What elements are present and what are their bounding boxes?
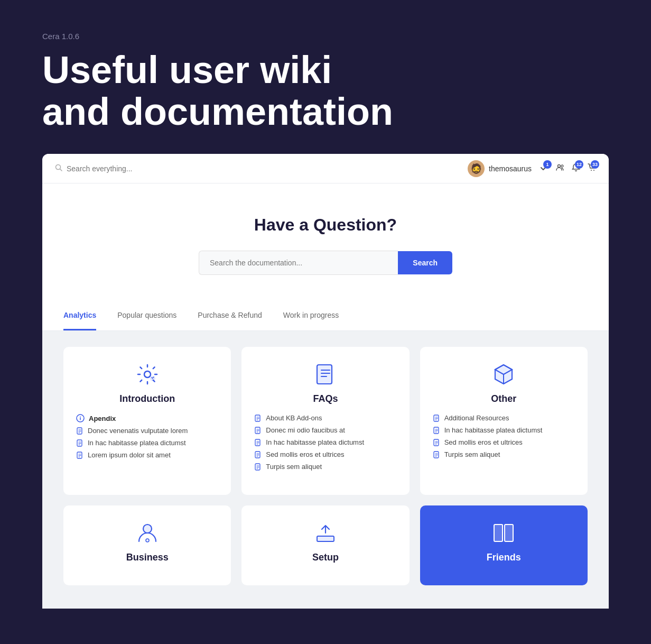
- bell-badge: 12: [575, 160, 583, 169]
- tab-analytics[interactable]: Analytics: [63, 301, 96, 330]
- doc-icon: [254, 439, 262, 446]
- setup-icon-wrap: [314, 521, 337, 545]
- doc-icon: [433, 427, 440, 434]
- doc-icon: [254, 427, 262, 434]
- doc-icon: [76, 439, 83, 447]
- doc-icon: [254, 451, 262, 458]
- list-item[interactable]: Sed mollis eros et ultrices: [433, 438, 575, 446]
- tab-popular-questions[interactable]: Popular questions: [117, 301, 176, 330]
- version-label: Cera 1.0.6: [42, 32, 609, 41]
- box-icon: [492, 363, 515, 386]
- svg-point-6: [144, 371, 151, 378]
- tabs-section: Analytics Popular questions Purchase & R…: [42, 301, 609, 331]
- users-icon: [556, 163, 564, 172]
- card-setup: Setup: [241, 505, 409, 585]
- list-item[interactable]: Lorem ipsum dolor sit amet: [76, 451, 218, 459]
- doc-hero-title: Have a Question?: [63, 215, 588, 235]
- svg-point-5: [593, 170, 594, 171]
- svg-point-3: [561, 165, 563, 167]
- cards-grid: Introduction Apendix: [63, 347, 588, 495]
- list-item[interactable]: In hac habitasse platea dictumst: [433, 426, 575, 434]
- friends-icon-wrap: [492, 521, 515, 545]
- friends-title: Friends: [487, 552, 521, 563]
- nav-right: 🧔 themosaurus 1: [468, 160, 596, 177]
- cards-row2: Business Setup: [63, 505, 588, 585]
- svg-rect-23: [317, 365, 332, 384]
- search-icon: [55, 164, 62, 173]
- bell-icon-wrap[interactable]: 12: [572, 163, 580, 174]
- book-open-icon: [492, 521, 515, 545]
- doc-icon: [76, 427, 83, 435]
- card-other: Other Additional Resources: [420, 347, 588, 495]
- doc-search-input[interactable]: [199, 251, 398, 275]
- other-icon-wrap: [433, 363, 575, 386]
- gear-icon: [136, 363, 159, 386]
- doc-hero: Have a Question? Search: [42, 183, 609, 301]
- users-icon-wrap[interactable]: [556, 163, 564, 174]
- person-icon: [136, 521, 159, 545]
- cart-icon-wrap[interactable]: 33: [588, 163, 596, 174]
- card-business: Business: [63, 505, 231, 585]
- user-info[interactable]: 🧔 themosaurus: [468, 160, 532, 177]
- top-navbar: 🧔 themosaurus 1: [42, 154, 609, 183]
- cart-badge: 33: [591, 160, 599, 169]
- other-title: Other: [433, 393, 575, 404]
- svg-point-2: [558, 164, 561, 167]
- info-icon: [76, 414, 85, 422]
- list-item[interactable]: Turpis sem aliquet: [433, 450, 575, 458]
- business-title: Business: [126, 552, 169, 563]
- check-badge: 1: [543, 160, 552, 169]
- svg-point-67: [146, 539, 149, 542]
- faqs-list: About KB Add-ons Donec mi odio faucibus …: [254, 414, 396, 471]
- introduction-title: Introduction: [76, 393, 218, 404]
- doc-icon: [254, 463, 262, 471]
- check-icon-wrap[interactable]: 1: [540, 163, 548, 174]
- list-item[interactable]: Additional Resources: [433, 414, 575, 422]
- cards-section: Introduction Apendix: [42, 331, 609, 601]
- hero-section: Cera 1.0.6 Useful user wiki and document…: [0, 0, 651, 154]
- list-item[interactable]: Donec mi odio faucibus at: [254, 426, 396, 434]
- business-icon-wrap: [136, 521, 159, 545]
- list-item[interactable]: In hac habitasse platea dictumst: [254, 438, 396, 446]
- nav-icon-group: 1 12: [540, 163, 596, 174]
- svg-rect-70: [505, 525, 513, 541]
- introduction-list: Apendix Donec venenatis vulputate lorem: [76, 414, 218, 459]
- nav-search-bar[interactable]: [55, 164, 266, 173]
- doc-icon: [254, 415, 262, 422]
- svg-point-4: [591, 170, 592, 171]
- doc-icon: [433, 451, 440, 458]
- hero-title: Useful user wiki and documentation: [42, 49, 412, 133]
- card-faqs: FAQs About KB Add-ons: [241, 347, 409, 495]
- card-introduction: Introduction Apendix: [63, 347, 231, 495]
- username-label: themosaurus: [489, 164, 532, 173]
- list-item[interactable]: Turpis sem aliquet: [254, 463, 396, 471]
- doc-icon: [433, 439, 440, 446]
- faqs-title: FAQs: [254, 393, 396, 404]
- list-item[interactable]: Sed mollis eros et ultrices: [254, 450, 396, 458]
- doc-search-button[interactable]: Search: [398, 251, 452, 274]
- doc-icon: [433, 415, 440, 422]
- avatar: 🧔: [468, 160, 485, 177]
- introduction-icon-wrap: [76, 363, 218, 386]
- book-icon: [314, 363, 337, 386]
- upload-icon: [314, 521, 337, 545]
- doc-icon: [76, 452, 83, 459]
- list-item[interactable]: Apendix: [76, 414, 218, 422]
- doc-search-wrap: Search: [199, 251, 452, 275]
- faqs-icon-wrap: [254, 363, 396, 386]
- other-list: Additional Resources In hac habitasse pl…: [433, 414, 575, 458]
- svg-point-66: [143, 525, 152, 533]
- setup-title: Setup: [312, 552, 339, 563]
- nav-search-input[interactable]: [67, 164, 183, 173]
- svg-rect-69: [494, 525, 503, 541]
- tab-purchase-refund[interactable]: Purchase & Refund: [198, 301, 262, 330]
- list-item[interactable]: Donec venenatis vulputate lorem: [76, 427, 218, 435]
- svg-point-10: [80, 417, 81, 418]
- list-item[interactable]: About KB Add-ons: [254, 414, 396, 422]
- svg-line-1: [60, 169, 62, 171]
- list-item[interactable]: In hac habitasse platea dictumst: [76, 439, 218, 447]
- app-container: 🧔 themosaurus 1: [42, 154, 609, 609]
- tab-work-in-progress[interactable]: Work in progress: [283, 301, 339, 330]
- svg-rect-68: [317, 536, 334, 541]
- card-friends: Friends: [420, 505, 588, 585]
